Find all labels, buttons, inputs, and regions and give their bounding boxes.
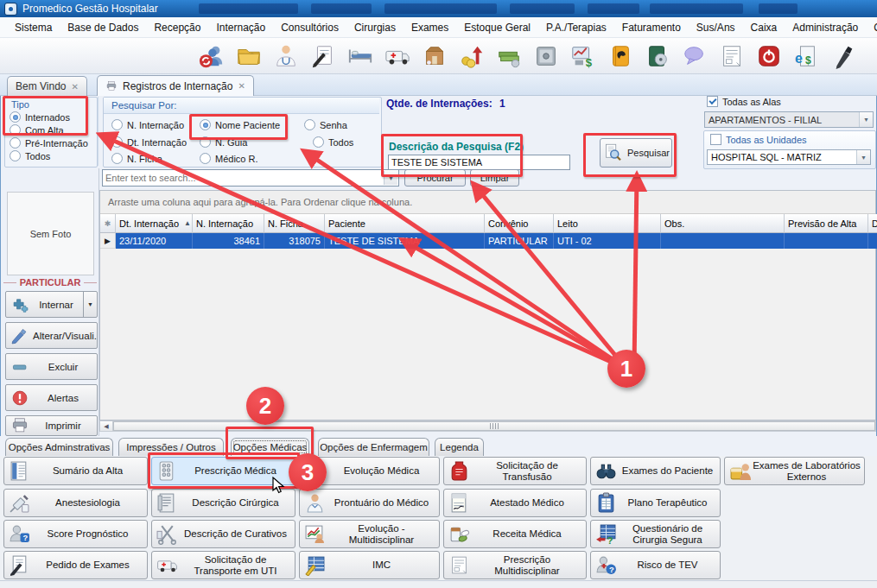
- hospital-bed-icon[interactable]: [347, 43, 373, 69]
- radio-n-guia[interactable]: N. Guia: [200, 136, 247, 148]
- menu-pa-terapias[interactable]: P.A./Terapias: [538, 19, 614, 36]
- action-exames-do-paciente[interactable]: Exames do Paciente: [590, 457, 721, 485]
- pesquisar-button[interactable]: Pesquisar: [600, 138, 672, 168]
- menu-base-de-dados[interactable]: Base de Dados: [60, 19, 146, 36]
- tab-bem-vindo[interactable]: Bem Vindo ✕: [7, 76, 87, 96]
- internar-button[interactable]: Internar ▼: [5, 291, 98, 318]
- panel-splitter[interactable]: [98, 97, 99, 166]
- manual-book-icon[interactable]: [645, 43, 670, 69]
- revenue-up-icon[interactable]: [459, 43, 485, 69]
- action-questionario-cirurgia-segura[interactable]: Questionário de Cirurgia Segura: [590, 520, 721, 548]
- action-prontuario-do-medico[interactable]: Prontuário do Médico: [299, 489, 440, 517]
- sync-patients-icon[interactable]: [199, 43, 225, 69]
- radio-n-ficha[interactable]: N. Ficha: [111, 153, 162, 164]
- cash-icon[interactable]: [496, 43, 522, 69]
- action-descricao-cirurgica[interactable]: Descrição Cirúrgica: [151, 489, 296, 517]
- menu-faturamento[interactable]: Faturamento: [614, 19, 689, 36]
- chevron-down-icon[interactable]: ▼: [384, 171, 397, 185]
- column-header-obs[interactable]: Obs.: [661, 214, 785, 233]
- action-solicitacao-transporte-uti[interactable]: Solicitação de Transporte em UTI: [151, 551, 296, 579]
- doctor-icon[interactable]: [273, 43, 299, 69]
- menu-internacao[interactable]: Internação: [208, 19, 273, 36]
- invoice-icon[interactable]: [719, 43, 745, 69]
- menu-custo[interactable]: Custo: [866, 19, 877, 36]
- radio-todos-pesquisa[interactable]: Todos: [313, 136, 353, 148]
- action-evolucao-medica[interactable]: Evolução Médica: [299, 457, 440, 485]
- alterar-visualizar-button[interactable]: Alterar/Visuali.: [5, 322, 98, 349]
- radio-nome-paciente[interactable]: Nome Paciente: [200, 119, 280, 130]
- column-header-n-ficha[interactable]: N. Ficha: [264, 214, 325, 233]
- column-header-stub[interactable]: D: [868, 214, 877, 233]
- alas-dropdown[interactable]: APARTAMENTOS - FILIAL ▼: [704, 111, 874, 128]
- column-header-paciente[interactable]: Paciente: [325, 214, 485, 233]
- radio-todos-tipo[interactable]: Todos: [10, 150, 50, 161]
- close-icon[interactable]: ✕: [71, 82, 78, 92]
- grid-search-box[interactable]: ▼: [102, 169, 399, 187]
- scroll-left-icon[interactable]: ◀: [100, 421, 113, 431]
- radio-dt-internacao[interactable]: Dt. Internação: [111, 136, 187, 148]
- action-descricao-de-curativos[interactable]: Descrição de Curativos: [151, 520, 296, 548]
- menu-estoque-geral[interactable]: Estoque Geral: [456, 19, 538, 36]
- pen-icon[interactable]: [830, 43, 856, 69]
- tab-opcoes-administrativas[interactable]: Opções Adminstrativas: [5, 438, 113, 456]
- menu-recepcao[interactable]: Recepção: [146, 19, 208, 36]
- action-score-prognostico[interactable]: Score Prognóstico: [3, 520, 148, 548]
- action-risco-de-tev[interactable]: Risco de TEV: [590, 551, 721, 579]
- chat-icon[interactable]: [682, 43, 708, 69]
- pharmacy-stock-icon[interactable]: [422, 43, 448, 69]
- radio-pre-internacao[interactable]: Pré-Internação: [10, 137, 88, 149]
- menu-caixa[interactable]: Caixa: [743, 19, 785, 36]
- ambulance-icon[interactable]: [384, 43, 410, 69]
- power-off-icon[interactable]: [756, 43, 782, 69]
- menu-administracao[interactable]: Administração: [785, 19, 866, 36]
- tab-legenda[interactable]: Legenda: [435, 438, 484, 456]
- todas-as-alas-checkbox[interactable]: Todas as Alas: [707, 96, 781, 107]
- action-prescricao-multidisciplinar[interactable]: Prescrição Multidisciplinar: [443, 551, 587, 579]
- finance-chart-icon[interactable]: [570, 43, 596, 69]
- action-pedido-de-exames[interactable]: Pedido de Exames: [3, 551, 148, 579]
- column-header-previsao-de-alta[interactable]: Previsão de Alta: [785, 214, 868, 233]
- grid-group-hint[interactable]: Arraste uma coluna aqui para agrupá-la. …: [100, 191, 875, 214]
- tab-opcoes-de-enfermagem[interactable]: Opções de Enfermagem: [318, 438, 429, 456]
- action-sumario-da-alta[interactable]: Sumário da Alta: [3, 457, 148, 485]
- procurar-button[interactable]: Procurar: [404, 169, 466, 187]
- patient-folder-icon[interactable]: [236, 43, 262, 69]
- radio-n-internacao[interactable]: N. Internação: [111, 119, 184, 130]
- column-header-convenio[interactable]: Convênio: [485, 214, 554, 233]
- electronic-invoice-icon[interactable]: [793, 43, 819, 69]
- menu-exames[interactable]: Exames: [404, 19, 456, 36]
- scrollbar-thumb[interactable]: [113, 421, 875, 431]
- action-evolucao-multidisciplinar[interactable]: Evolução - Multidisciplinar: [299, 520, 440, 548]
- action-atestado-medico[interactable]: Atestado Médico: [443, 489, 587, 517]
- action-solicitacao-de-transfusao[interactable]: Solicitação de Transfusão: [443, 457, 587, 485]
- action-receita-medica[interactable]: Receita Médica: [443, 520, 587, 548]
- action-prescricao-medica[interactable]: Prescrição Médica: [151, 457, 296, 485]
- phonebook-icon[interactable]: [607, 43, 633, 69]
- menu-sus-ans[interactable]: Sus/Ans: [689, 19, 743, 36]
- radio-medico-r[interactable]: Médico R.: [200, 153, 258, 164]
- grid-selected-row[interactable]: ▶ 23/11/2020 38461 318075 TESTE DE SISTE…: [100, 233, 877, 249]
- menu-consultorios[interactable]: Consultórios: [273, 19, 346, 36]
- alertas-button[interactable]: Alertas: [5, 384, 98, 411]
- todas-as-unidades-checkbox[interactable]: Todas as Unidades: [710, 134, 807, 145]
- limpar-button[interactable]: Limpar: [470, 169, 519, 187]
- imprimir-button[interactable]: Imprimir: [5, 415, 98, 436]
- menu-sistema[interactable]: Sistema: [7, 19, 60, 36]
- grid-search-input[interactable]: [105, 170, 396, 186]
- action-anestesiologia[interactable]: Anestesiologia: [3, 489, 148, 517]
- radio-com-alta[interactable]: Com Alta: [10, 124, 64, 136]
- safe-icon[interactable]: [533, 43, 559, 69]
- column-header-dt-internacao[interactable]: Dt. Internação▲: [116, 214, 193, 233]
- tab-registros-de-internacao[interactable]: Registros de Internação ✕: [97, 75, 254, 96]
- tab-opcoes-medicas[interactable]: Opções Médicas: [231, 438, 309, 456]
- radio-internados[interactable]: Internados: [10, 111, 70, 123]
- action-imc[interactable]: IMC: [299, 551, 440, 579]
- excluir-button[interactable]: Excluir: [5, 353, 98, 380]
- menu-cirurgias[interactable]: Cirurgias: [346, 19, 404, 36]
- chevron-down-icon[interactable]: ▼: [83, 292, 97, 317]
- column-header-leito[interactable]: Leito: [554, 214, 661, 233]
- close-icon[interactable]: ✕: [238, 81, 245, 91]
- grid-horizontal-scrollbar[interactable]: ◀: [99, 420, 876, 432]
- tab-impressoes-outros[interactable]: Impressões / Outros: [118, 438, 224, 456]
- action-plano-terapeutico[interactable]: Plano Terapêutico: [590, 489, 721, 517]
